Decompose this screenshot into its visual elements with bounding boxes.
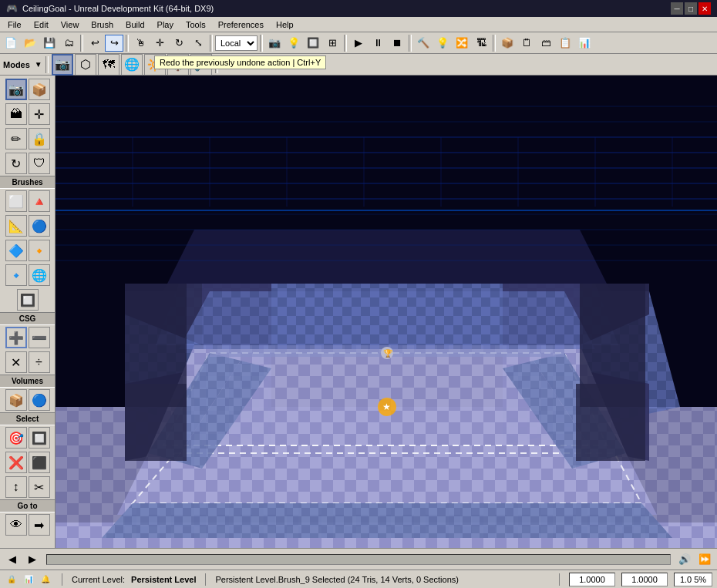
brush-sphere[interactable]: 🔸 — [29, 240, 50, 261]
svg-rect-52 — [576, 384, 645, 461]
tb-new[interactable]: 📄 — [2, 35, 20, 52]
mode-btn-shield[interactable]: 🛡 — [29, 153, 50, 174]
tb-translate[interactable]: ✛ — [150, 35, 169, 52]
brush-sheet[interactable]: 🔷 — [5, 240, 27, 261]
tb-cb[interactable]: 📦 — [498, 35, 517, 52]
tb-layers[interactable]: 🗃 — [537, 35, 555, 52]
mode-btn-move[interactable]: ✛ — [29, 103, 50, 125]
csg-intersect[interactable]: ✕ — [5, 351, 27, 373]
menu-tools[interactable]: Tools — [180, 18, 212, 31]
menu-build[interactable]: Build — [120, 18, 150, 31]
status-sep1 — [62, 573, 62, 586]
tb-saveas[interactable]: 🗂 — [59, 35, 78, 52]
menu-preferences[interactable]: Preferences — [212, 18, 270, 31]
volume-add[interactable]: 📦 — [5, 389, 27, 411]
mode-btn-rotate2[interactable]: ↻ — [5, 153, 27, 174]
tb-play[interactable]: ▶ — [349, 35, 368, 52]
svg-text:🏆: 🏆 — [383, 348, 393, 358]
goto-view[interactable]: 👁 — [5, 514, 27, 536]
timeline-bar[interactable] — [46, 554, 671, 565]
tb-pause[interactable]: ⏸ — [369, 35, 387, 52]
sep4 — [260, 35, 263, 52]
tb-buildall[interactable]: 🏗 — [472, 35, 490, 52]
tb-build[interactable]: 🔨 — [414, 35, 433, 52]
tb-scale[interactable]: ⤡ — [189, 35, 207, 52]
tb-redo[interactable]: ↪ — [105, 35, 123, 52]
select-label: Select — [0, 412, 55, 425]
svg-marker-46 — [102, 503, 672, 538]
tb-light[interactable]: 💡 — [284, 35, 303, 52]
menu-view[interactable]: View — [55, 18, 86, 31]
select-move[interactable]: ↕ — [5, 476, 27, 498]
mode-texture[interactable]: 🗺 — [98, 54, 120, 76]
status-sep3 — [559, 573, 560, 586]
select-cut[interactable]: ✂ — [29, 476, 50, 498]
brush-custom[interactable]: 🔲 — [17, 289, 39, 311]
menu-file[interactable]: File — [2, 18, 28, 31]
tb-select[interactable]: 🖱 — [131, 35, 150, 52]
audio-btn[interactable]: 🔊 — [675, 551, 694, 568]
viewport-3d[interactable]: ★ 🏆 — [56, 76, 717, 548]
brush-cone[interactable]: 🔺 — [29, 190, 50, 212]
menu-edit[interactable]: Edit — [28, 18, 55, 31]
status-grid-vis[interactable]: 📊 — [22, 573, 35, 586]
tb-log[interactable]: 📋 — [556, 35, 574, 52]
transform-dropdown[interactable]: Local World — [215, 35, 258, 51]
mode-btn-camera[interactable]: 📷 — [5, 79, 27, 100]
status-notify[interactable]: 🔔 — [39, 573, 52, 586]
menu-brush[interactable]: Brush — [85, 18, 120, 31]
tb-grid[interactable]: ⊞ — [323, 35, 342, 52]
tb-open[interactable]: 📂 — [21, 35, 39, 52]
select-none[interactable]: ⬛ — [29, 452, 50, 473]
modes-sep — [45, 56, 49, 73]
tb-stop[interactable]: ⏹ — [388, 35, 406, 52]
close-button[interactable]: ✕ — [698, 2, 711, 15]
scroll-back[interactable]: ◀ — [3, 551, 22, 568]
mode-btn-lock[interactable]: 🔒 — [29, 128, 50, 150]
mode-mesh[interactable]: 🌐 — [121, 54, 143, 76]
titlebar: 🎮 CeilingGoal - Unreal Development Kit (… — [0, 0, 717, 17]
volume-sphere[interactable]: 🔵 — [29, 389, 50, 411]
menu-play[interactable]: Play — [151, 18, 180, 31]
csg-deintersect[interactable]: ÷ — [29, 351, 50, 373]
mode-btn-3d[interactable]: 📦 — [29, 79, 50, 100]
select-all[interactable]: 🎯 — [5, 427, 27, 449]
tb-buildlights[interactable]: 💡 — [433, 35, 452, 52]
sep7 — [493, 35, 496, 52]
tb-save[interactable]: 💾 — [40, 35, 59, 52]
sep3 — [210, 35, 213, 52]
modes-dropdown-arrow[interactable]: ▼ — [35, 60, 42, 69]
minimize-button[interactable]: ─ — [671, 2, 683, 15]
tb-rotate[interactable]: ↻ — [170, 35, 188, 52]
mode-btn-paint[interactable]: ✏ — [5, 128, 27, 150]
tb-camera[interactable]: 📷 — [265, 35, 284, 52]
status-field3[interactable] — [674, 573, 712, 586]
mode-camera[interactable]: 📷 — [52, 54, 73, 76]
status-field2[interactable] — [621, 573, 668, 586]
csg-subtract[interactable]: ➖ — [29, 327, 50, 348]
brush-cylinder[interactable]: 🔵 — [29, 215, 50, 237]
select-box[interactable]: 🔲 — [29, 427, 50, 449]
brush-terrain3[interactable]: 🌐 — [29, 264, 50, 286]
brush-stairs[interactable]: 📐 — [5, 215, 27, 237]
scroll-fwd[interactable]: ▶ — [23, 551, 42, 568]
tb-undo[interactable]: ↩ — [86, 35, 104, 52]
tb-snap[interactable]: 🔲 — [304, 35, 322, 52]
goto-arrow[interactable]: ➡ — [29, 514, 50, 536]
menu-help[interactable]: Help — [270, 18, 300, 31]
tb-stats[interactable]: 📊 — [575, 35, 594, 52]
tb-props[interactable]: 🗒 — [517, 35, 536, 52]
tb-buildpaths[interactable]: 🔀 — [453, 35, 471, 52]
brush-linear[interactable]: 🔹 — [5, 264, 27, 286]
maximize-button[interactable]: □ — [685, 2, 697, 15]
tooltip-text: Redo the previously undone action | Ctrl… — [160, 58, 321, 67]
status-lock[interactable]: 🔒 — [5, 573, 19, 586]
brush-cube[interactable]: ⬜ — [5, 190, 27, 212]
csg-add[interactable]: ➕ — [5, 327, 27, 348]
mode-btn-terrain2[interactable]: 🏔 — [5, 103, 27, 125]
status-field1[interactable] — [569, 573, 615, 586]
realtime-btn[interactable]: ⏩ — [695, 551, 714, 568]
mode-geometry[interactable]: ⬡ — [75, 54, 96, 76]
select-invert[interactable]: ❌ — [5, 452, 27, 473]
main-layout: 📷 📦 🏔 ✛ ✏ 🔒 ↻ 🛡 Brushes ⬜ 🔺 📐 🔵 🔷 🔸 — [0, 76, 717, 548]
